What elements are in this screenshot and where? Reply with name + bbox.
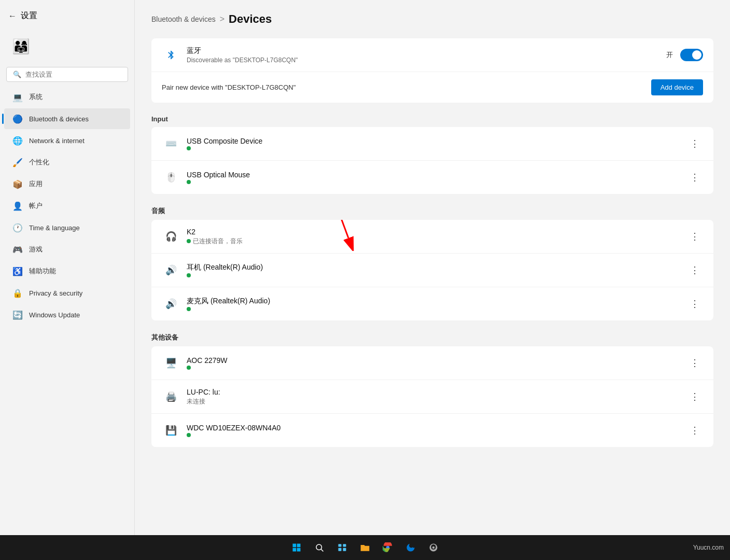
mic-more-button[interactable]: ⋮ bbox=[686, 296, 703, 312]
list-item: 🖱️ USB Optical Mouse ⋮ bbox=[151, 161, 713, 194]
list-item: 🖥️ AOC 2279W ⋮ bbox=[151, 346, 713, 380]
usb-composite-more-button[interactable]: ⋮ bbox=[686, 135, 703, 152]
search-input[interactable] bbox=[25, 71, 121, 78]
main-content: Bluetooth & devices > Devices 蓝牙 Discove… bbox=[135, 0, 730, 560]
usb-mouse-title: USB Optical Mouse bbox=[187, 171, 686, 179]
bluetooth-title: 蓝牙 bbox=[187, 46, 666, 55]
list-item: ⌨️ USB Composite Device ⋮ bbox=[151, 127, 713, 161]
sidebar-item-time[interactable]: 🕐 Time & language bbox=[4, 217, 130, 238]
file-explorer-button[interactable] bbox=[356, 538, 374, 557]
sidebar-header: ← 设置 bbox=[0, 6, 134, 25]
wdc-more-button[interactable]: ⋮ bbox=[686, 422, 703, 439]
breadcrumb: Bluetooth & devices > Devices bbox=[151, 12, 713, 26]
k2-title: K2 bbox=[187, 228, 686, 236]
sidebar-item-accounts[interactable]: 👤 帐户 bbox=[4, 195, 130, 216]
aoc-more-button[interactable]: ⋮ bbox=[686, 355, 703, 371]
taskbar-center bbox=[287, 538, 443, 557]
search-taskbar-button[interactable] bbox=[310, 538, 329, 557]
bluetooth-icon: 🔵 bbox=[12, 114, 23, 124]
svg-rect-9 bbox=[343, 544, 346, 547]
breadcrumb-parent[interactable]: Bluetooth & devices bbox=[151, 15, 216, 23]
search-icon: 🔍 bbox=[13, 71, 21, 78]
usb-mouse-more-button[interactable]: ⋮ bbox=[686, 169, 703, 186]
sidebar-item-accessibility[interactable]: ♿ 辅助功能 bbox=[4, 261, 130, 282]
bluetooth-info: 蓝牙 Discoverable as "DESKTOP-L7G8CQN" bbox=[187, 46, 666, 64]
printer-icon: 🖨️ bbox=[162, 387, 180, 406]
sidebar-nav: 💻 系统 🔵 Bluetooth & devices 🌐 Network & i… bbox=[0, 86, 134, 554]
window-title: 设置 bbox=[21, 10, 37, 21]
earphone-info: 耳机 (Realtek(R) Audio) bbox=[187, 263, 686, 277]
aoc-info: AOC 2279W bbox=[187, 356, 686, 370]
accessibility-icon: ♿ bbox=[12, 266, 23, 276]
status-dot bbox=[187, 273, 191, 277]
usb-composite-info: USB Composite Device bbox=[187, 137, 686, 150]
svg-rect-8 bbox=[339, 544, 342, 547]
mic-info: 麦克风 (Realtek(R) Audio) bbox=[187, 297, 686, 311]
bluetooth-device-icon bbox=[162, 46, 180, 64]
start-button[interactable] bbox=[287, 538, 306, 557]
svg-point-13 bbox=[432, 547, 435, 549]
chrome-button[interactable] bbox=[378, 538, 397, 557]
earphone-more-button[interactable]: ⋮ bbox=[686, 262, 703, 278]
headphone-icon: 🎧 bbox=[162, 227, 180, 246]
sidebar-item-time-label: Time & language bbox=[29, 224, 80, 232]
pair-text: Pair new device with "DESKTOP-L7G8CQN" bbox=[162, 83, 651, 91]
svg-rect-11 bbox=[343, 548, 346, 551]
sidebar: ← 设置 👨‍👩‍👧 🔍 💻 系统 🔵 Bluetooth & devices … bbox=[0, 0, 135, 560]
sidebar-item-privacy-label: Privacy & security bbox=[29, 289, 82, 297]
bluetooth-toggle[interactable] bbox=[680, 49, 703, 61]
lupc-status: 未连接 bbox=[187, 397, 686, 406]
other-card: 🖥️ AOC 2279W ⋮ 🖨️ LU-PC: lu: 未连接 bbox=[151, 346, 713, 447]
sidebar-item-update[interactable]: 🔄 Windows Update bbox=[4, 304, 130, 325]
svg-rect-10 bbox=[339, 548, 342, 551]
add-device-button[interactable]: Add device bbox=[651, 79, 703, 95]
personalization-icon: 🖌️ bbox=[12, 157, 23, 167]
svg-line-7 bbox=[321, 549, 323, 551]
lupc-title: LU-PC: lu: bbox=[187, 388, 686, 396]
sidebar-item-apps[interactable]: 📦 应用 bbox=[4, 174, 130, 194]
sidebar-item-system-label: 系统 bbox=[29, 92, 43, 102]
sidebar-item-gaming[interactable]: 🎮 游戏 bbox=[4, 239, 130, 260]
sidebar-item-bluetooth[interactable]: 🔵 Bluetooth & devices bbox=[4, 108, 130, 129]
sidebar-item-privacy[interactable]: 🔒 Privacy & security bbox=[4, 283, 130, 303]
sidebar-item-apps-label: 应用 bbox=[29, 179, 43, 189]
svg-point-6 bbox=[316, 544, 322, 550]
mouse-icon: 🖱️ bbox=[162, 168, 180, 187]
network-icon: 🌐 bbox=[12, 135, 23, 146]
usb-composite-title: USB Composite Device bbox=[187, 137, 686, 145]
system-icon: 💻 bbox=[12, 92, 23, 102]
back-button[interactable]: ← bbox=[8, 11, 17, 21]
wdc-info: WDC WD10EZEX-08WN4A0 bbox=[187, 424, 686, 437]
section-input-header: Input bbox=[151, 107, 713, 127]
usb-mouse-info: USB Optical Mouse bbox=[187, 171, 686, 184]
sidebar-item-personalization[interactable]: 🖌️ 个性化 bbox=[4, 152, 130, 173]
earphone-status bbox=[187, 273, 686, 277]
yuucn-label: Yuucn.com bbox=[693, 544, 724, 551]
drive-icon: 💾 bbox=[162, 421, 180, 440]
time-icon: 🕐 bbox=[12, 222, 23, 233]
sidebar-item-bluetooth-label: Bluetooth & devices bbox=[29, 115, 89, 123]
sidebar-item-system[interactable]: 💻 系统 bbox=[4, 87, 130, 107]
list-item: 🔊 耳机 (Realtek(R) Audio) ⋮ bbox=[151, 254, 713, 287]
mic-title: 麦克风 (Realtek(R) Audio) bbox=[187, 297, 686, 306]
edge-button[interactable] bbox=[401, 538, 420, 557]
sidebar-item-network[interactable]: 🌐 Network & internet bbox=[4, 130, 130, 151]
list-item: 🔊 麦克风 (Realtek(R) Audio) ⋮ bbox=[151, 287, 713, 320]
status-dot bbox=[187, 180, 191, 184]
gaming-icon: 🎮 bbox=[12, 244, 23, 255]
speaker-icon: 🔊 bbox=[162, 261, 180, 279]
sidebar-item-personalization-label: 个性化 bbox=[29, 158, 49, 167]
task-view-button[interactable] bbox=[333, 538, 352, 557]
status-dot bbox=[187, 146, 191, 150]
wdc-title: WDC WD10EZEX-08WN4A0 bbox=[187, 424, 686, 432]
accounts-icon: 👤 bbox=[12, 201, 23, 211]
sidebar-item-update-label: Windows Update bbox=[29, 311, 80, 319]
search-box[interactable]: 🔍 bbox=[6, 67, 128, 82]
lupc-more-button[interactable]: ⋮ bbox=[686, 388, 703, 405]
k2-more-button[interactable]: ⋮ bbox=[686, 228, 703, 245]
list-item: 🖨️ LU-PC: lu: 未连接 ⋮ bbox=[151, 380, 713, 414]
usb-composite-status bbox=[187, 146, 686, 150]
input-card: ⌨️ USB Composite Device ⋮ 🖱️ USB Optical… bbox=[151, 127, 713, 194]
settings-taskbar-button[interactable] bbox=[424, 538, 443, 557]
lupc-info: LU-PC: lu: 未连接 bbox=[187, 388, 686, 406]
